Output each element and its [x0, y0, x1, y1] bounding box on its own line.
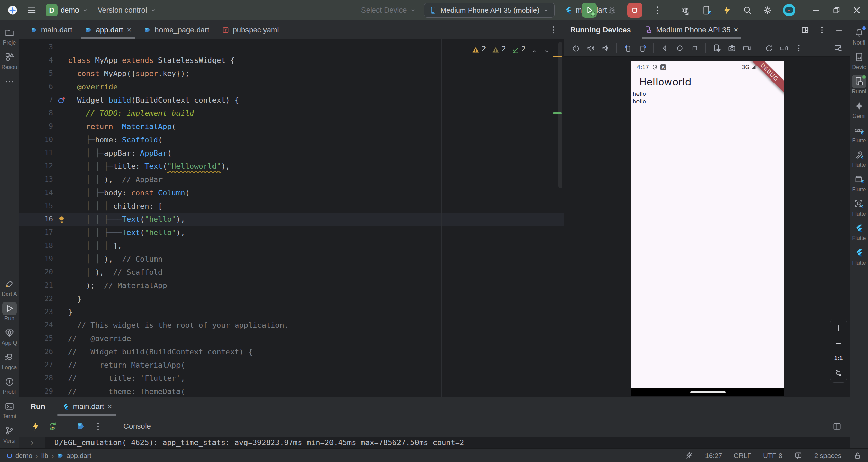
- encoding-indicator[interactable]: UTF-8: [763, 452, 782, 460]
- attach-debugger-button[interactable]: [681, 5, 691, 15]
- code-line-8[interactable]: 8 // TODO: implement build: [19, 107, 564, 120]
- layout-button[interactable]: [801, 25, 810, 34]
- power-button[interactable]: [569, 42, 582, 54]
- editor-tab-app.dart[interactable]: app.dart×: [79, 20, 138, 39]
- code-line-22[interactable]: 22 }: [19, 292, 564, 305]
- code-line-15[interactable]: 15 │ │ │ children: [: [19, 199, 564, 213]
- maximize-button[interactable]: [831, 5, 841, 15]
- error-stripe-warning-mark[interactable]: [553, 56, 562, 57]
- display-settings-button[interactable]: [832, 42, 844, 54]
- caret-position[interactable]: 16:27: [705, 452, 722, 460]
- close-button[interactable]: [852, 5, 862, 15]
- indent-indicator[interactable]: 2 spaces: [814, 452, 841, 460]
- close-tab-icon[interactable]: ×: [127, 25, 131, 34]
- write-access-icon[interactable]: [853, 451, 862, 460]
- homeo-button[interactable]: [674, 42, 686, 54]
- prev-problem-button[interactable]: [531, 46, 538, 52]
- phonegear-button[interactable]: [711, 42, 723, 54]
- tool-window-button-run[interactable]: Run: [0, 302, 19, 322]
- tool-window-button-project[interactable]: Proje: [0, 26, 19, 46]
- select-device-dropdown[interactable]: Select Device: [361, 6, 416, 15]
- phone-navigation-bar[interactable]: [631, 388, 784, 396]
- editor-tab-home_page.dart[interactable]: home_page.dart: [137, 20, 215, 39]
- settings-button[interactable]: [763, 5, 773, 15]
- panel-options-button[interactable]: [818, 25, 827, 34]
- breadcrumb-item-lib[interactable]: lib: [41, 452, 48, 460]
- code-line-23[interactable]: 23}: [19, 305, 564, 319]
- project-widget[interactable]: D demo: [46, 4, 89, 16]
- add-device-button[interactable]: [748, 25, 756, 34]
- code-line-7[interactable]: 7 Widget build(BuildContext context) {: [19, 93, 564, 107]
- tool-window-button-terminal[interactable]: Termi: [0, 399, 19, 420]
- videoc-button[interactable]: [741, 42, 753, 54]
- code-line-16[interactable]: 16 │ │ ├───Text("hello"),: [19, 213, 564, 226]
- tool-window-button-flutter-outline[interactable]: Flutte: [850, 173, 868, 193]
- close-tab-icon[interactable]: ×: [734, 25, 738, 34]
- flutter-attach-button[interactable]: [701, 5, 712, 15]
- zoom-ratio-button[interactable]: 1:1: [834, 355, 843, 362]
- code-line-25[interactable]: 25// @override: [19, 332, 564, 345]
- debug-button[interactable]: [607, 5, 617, 15]
- tool-window-button-more-tool-windows[interactable]: [0, 75, 19, 89]
- editor-tab-main.dart[interactable]: main.dart: [24, 20, 79, 39]
- tool-window-button-gemini[interactable]: Gemi: [850, 99, 868, 119]
- editor-tab-pubspec.yaml[interactable]: pubspec.yaml: [216, 20, 285, 39]
- code-line-28[interactable]: 28// title: 'Flutter',: [19, 372, 564, 385]
- voldown-button[interactable]: [599, 42, 612, 54]
- run-tab[interactable]: main.dart ×: [57, 397, 116, 416]
- tool-window-button-app-quality-insights[interactable]: App Q: [0, 326, 19, 346]
- code-line-11[interactable]: 11 │ ├─appBar: AppBar(: [19, 146, 564, 160]
- code-line-17[interactable]: 17 │ │ ├───Text("hello"),: [19, 226, 564, 239]
- code-line-4[interactable]: 4class MyApp extends StatelessWidget {: [19, 54, 564, 67]
- kbd-button[interactable]: [778, 42, 790, 54]
- code-line-14[interactable]: 14 │ ├─body: const Column(: [19, 186, 564, 199]
- tool-window-button-flutter-performance[interactable]: Flutte: [850, 221, 868, 242]
- code-editor[interactable]: 2 2 2 34class MyApp extends StatelessWid…: [19, 39, 564, 397]
- stop-button[interactable]: [627, 3, 642, 18]
- ai-assistant-status-icon[interactable]: [685, 451, 694, 460]
- code-line-10[interactable]: 10 ├─home: Scaffold(: [19, 133, 564, 146]
- volup-button[interactable]: [584, 42, 597, 54]
- tool-window-button-flutter-inspector[interactable]: Flutte: [850, 197, 868, 217]
- code-line-18[interactable]: 18 │ │ │ ],: [19, 239, 564, 252]
- editor-scrollbar[interactable]: [558, 42, 562, 188]
- tool-window-button-notifications[interactable]: Notifi: [850, 26, 868, 46]
- device-tab[interactable]: Medium Phone API 35 ×: [641, 20, 742, 39]
- rotr-button[interactable]: [636, 42, 649, 54]
- camera-button[interactable]: [726, 42, 738, 54]
- code-line-29[interactable]: 29// theme: ThemeData(: [19, 385, 564, 397]
- zoom-out-button[interactable]: [834, 339, 843, 348]
- back-button[interactable]: [659, 42, 671, 54]
- device-selector[interactable]: Medium Phone API 35 (mobile): [424, 3, 555, 18]
- code-line-19[interactable]: 19 │ │ ), // Column: [19, 252, 564, 266]
- highlighting-level-icon[interactable]: [794, 451, 803, 460]
- code-line-6[interactable]: 6 @override: [19, 80, 564, 93]
- intention-bulb-icon[interactable]: [57, 215, 68, 224]
- next-problem-button[interactable]: [543, 46, 550, 52]
- code-line-27[interactable]: 27// return MaterialApp(: [19, 358, 564, 372]
- panel-layout-icon[interactable]: [832, 421, 842, 431]
- hide-panel-button[interactable]: [835, 25, 844, 34]
- rotl-button[interactable]: [622, 42, 634, 54]
- zoom-in-button[interactable]: [834, 324, 843, 333]
- recents-button[interactable]: [688, 42, 701, 54]
- hot-reload-button[interactable]: [31, 421, 41, 431]
- tool-window-button-problems[interactable]: Probl: [0, 375, 19, 395]
- tool-window-button-flutter-deep-links[interactable]: Flutte: [850, 124, 868, 144]
- avatar[interactable]: [783, 4, 795, 16]
- close-tab-icon[interactable]: ×: [107, 402, 112, 411]
- code-line-26[interactable]: 26// Widget build(BuildContext context) …: [19, 345, 564, 358]
- override-marker-icon[interactable]: [57, 95, 68, 105]
- line-ending-indicator[interactable]: CRLF: [734, 452, 751, 460]
- breadcrumb-item-app.dart[interactable]: app.dart: [57, 452, 91, 460]
- tool-window-button-logcat[interactable]: Logca: [0, 351, 19, 371]
- main-menu-button[interactable]: [27, 5, 37, 15]
- tab-options-button[interactable]: [549, 25, 558, 35]
- tool-window-button-resource-manager[interactable]: Resou: [0, 50, 19, 70]
- tool-window-button-flutter-tool[interactable]: Flutte: [850, 246, 868, 266]
- version-control-widget[interactable]: Version control: [98, 6, 157, 15]
- code-line-21[interactable]: 21 ); // MaterialApp: [19, 279, 564, 292]
- tool-window-button-dart-analysis[interactable]: Dart A: [0, 277, 19, 297]
- code-line-5[interactable]: 5 const MyApp({super.key});: [19, 67, 564, 80]
- zoom-fit-button[interactable]: [834, 369, 843, 377]
